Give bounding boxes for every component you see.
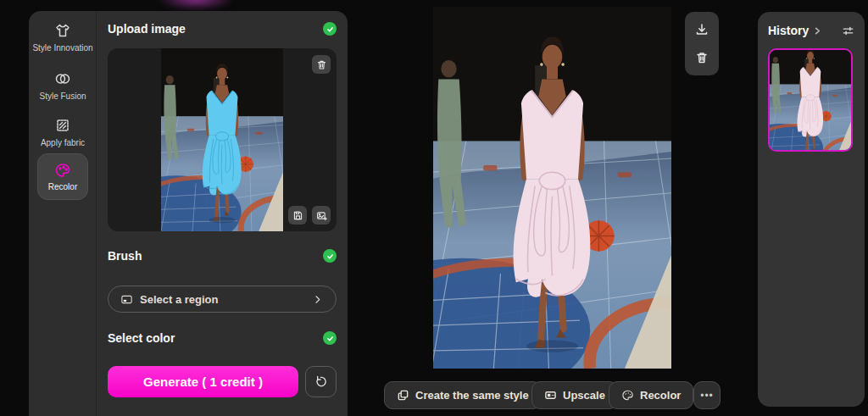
tool-panel: Style Innovation Style Fusion Apply fabr… bbox=[29, 11, 348, 416]
sidebar-item-recolor-selected[interactable]: Recolor bbox=[37, 153, 88, 200]
region-select-icon bbox=[120, 293, 133, 306]
history-panel: History bbox=[758, 12, 865, 407]
fabric-swatch-icon bbox=[54, 117, 71, 134]
sidebar-item-label: Style Fusion bbox=[39, 92, 86, 101]
download-button[interactable] bbox=[688, 17, 715, 42]
more-actions-button[interactable]: ••• bbox=[693, 381, 721, 409]
upload-section-header: Upload image bbox=[108, 21, 337, 36]
copy-icon bbox=[397, 389, 409, 402]
sidebar-item-label: Style Innovation bbox=[32, 43, 92, 53]
top-glow-decoration bbox=[157, 0, 235, 10]
brush-complete-check-icon bbox=[323, 249, 337, 263]
palette-icon bbox=[621, 389, 634, 402]
chevron-right-icon bbox=[813, 26, 822, 36]
shirt-icon bbox=[54, 22, 71, 39]
app-window: Style Innovation Style Fusion Apply fabr… bbox=[0, 0, 868, 416]
mode-sidebar: Style Innovation Style Fusion Apply fabr… bbox=[29, 11, 97, 416]
recolor-action-button[interactable]: Recolor bbox=[609, 381, 693, 409]
download-icon bbox=[695, 23, 709, 36]
save-icon bbox=[292, 210, 303, 221]
color-section-header: Select color bbox=[108, 330, 337, 346]
generate-button[interactable]: Generate ( 1 credit ) bbox=[108, 366, 298, 397]
uploaded-image-preview bbox=[108, 48, 337, 231]
image-action-rail bbox=[685, 12, 719, 75]
blend-circles-icon bbox=[54, 70, 71, 87]
delete-upload-button[interactable] bbox=[312, 55, 331, 74]
history-expand-link[interactable] bbox=[813, 26, 822, 36]
delete-result-button[interactable] bbox=[688, 45, 715, 70]
select-region-label: Select a region bbox=[140, 293, 304, 306]
add-image-icon bbox=[316, 210, 327, 221]
palette-icon bbox=[54, 162, 71, 179]
trash-icon bbox=[316, 59, 327, 70]
sidebar-item-style-innovation[interactable]: Style Innovation bbox=[29, 22, 97, 53]
upload-section-title: Upload image bbox=[108, 22, 186, 36]
sidebar-item-label: Recolor bbox=[48, 182, 77, 191]
replace-image-button[interactable] bbox=[312, 206, 331, 225]
reset-icon bbox=[314, 374, 328, 389]
upscale-button[interactable]: Upscale bbox=[531, 381, 618, 409]
select-region-button[interactable]: Select a region bbox=[108, 286, 337, 313]
history-header: History bbox=[768, 24, 854, 37]
sidebar-item-apply-fabric[interactable]: Apply fabric bbox=[29, 117, 97, 147]
color-complete-check-icon bbox=[323, 331, 337, 345]
trash-icon bbox=[695, 51, 709, 64]
upload-complete-check-icon bbox=[323, 22, 337, 36]
recolor-action-label: Recolor bbox=[640, 389, 681, 402]
create-same-style-label: Create the same style bbox=[415, 389, 529, 402]
save-image-button[interactable] bbox=[288, 206, 307, 225]
reset-button[interactable] bbox=[305, 366, 337, 397]
generate-row: Generate ( 1 credit ) bbox=[108, 366, 337, 397]
upscale-icon bbox=[544, 389, 557, 402]
filter-icon bbox=[842, 25, 854, 37]
sidebar-item-label: Apply fabric bbox=[41, 138, 85, 147]
history-title: History bbox=[768, 24, 809, 37]
upscale-label: Upscale bbox=[563, 389, 605, 402]
history-filter-button[interactable] bbox=[842, 25, 854, 37]
recolor-form: Upload image bbox=[97, 11, 348, 416]
generated-image[interactable] bbox=[433, 7, 671, 369]
history-item-thumbnail[interactable] bbox=[768, 48, 853, 152]
create-same-style-button[interactable]: Create the same style bbox=[384, 381, 542, 409]
color-section-title: Select color bbox=[108, 331, 175, 345]
brush-section-title: Brush bbox=[108, 249, 142, 263]
uploaded-image[interactable] bbox=[161, 48, 283, 231]
sidebar-item-style-fusion[interactable]: Style Fusion bbox=[29, 70, 97, 101]
chevron-right-icon bbox=[311, 293, 324, 306]
brush-section-header: Brush bbox=[108, 248, 337, 263]
